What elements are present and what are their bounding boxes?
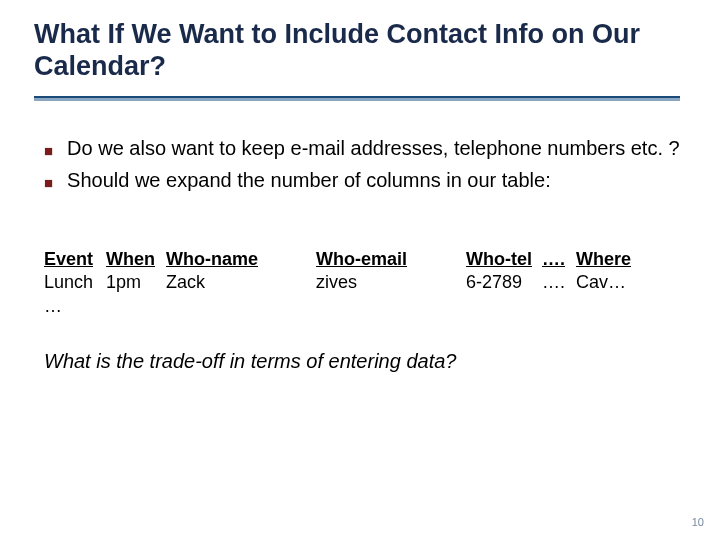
- title-underline: [34, 96, 680, 101]
- bullet-marker-icon: ■: [44, 173, 53, 192]
- col-header-event: Event: [44, 248, 106, 271]
- cell-tel: 6-2789: [466, 271, 542, 294]
- tradeoff-question: What is the trade-off in terms of enteri…: [44, 350, 680, 373]
- cell-where: Cav…: [576, 271, 680, 294]
- table-row: Lunch 1pm Zack zives 6-2789 …. Cav…: [44, 271, 680, 294]
- bullet-item: ■ Do we also want to keep e-mail address…: [44, 136, 680, 162]
- cell-event: Lunch: [44, 271, 106, 294]
- col-header-name: Who-name: [166, 248, 316, 271]
- cell-name: Zack: [166, 271, 316, 294]
- col-header-where: Where: [576, 248, 680, 271]
- table-header-row: Event When Who-name Who-email Who-tel ….…: [44, 248, 680, 271]
- cell-dots: ….: [542, 271, 576, 294]
- slide: What If We Want to Include Contact Info …: [0, 0, 720, 540]
- col-header-when: When: [106, 248, 166, 271]
- col-header-email: Who-email: [316, 248, 466, 271]
- cell-email: zives: [316, 271, 466, 294]
- col-header-tel: Who-tel: [466, 248, 542, 271]
- page-number: 10: [692, 516, 704, 528]
- bullet-list: ■ Do we also want to keep e-mail address…: [44, 136, 680, 199]
- example-table: Event When Who-name Who-email Who-tel ….…: [44, 248, 680, 318]
- bullet-text: Do we also want to keep e-mail addresses…: [67, 136, 680, 162]
- col-header-dots: ….: [542, 248, 576, 271]
- cell-ellipsis: …: [44, 295, 106, 318]
- table-ellipsis-row: …: [44, 295, 680, 318]
- slide-title: What If We Want to Include Contact Info …: [34, 18, 680, 83]
- cell-when: 1pm: [106, 271, 166, 294]
- bullet-item: ■ Should we expand the number of columns…: [44, 168, 680, 194]
- bullet-text: Should we expand the number of columns i…: [67, 168, 680, 194]
- bullet-marker-icon: ■: [44, 141, 53, 160]
